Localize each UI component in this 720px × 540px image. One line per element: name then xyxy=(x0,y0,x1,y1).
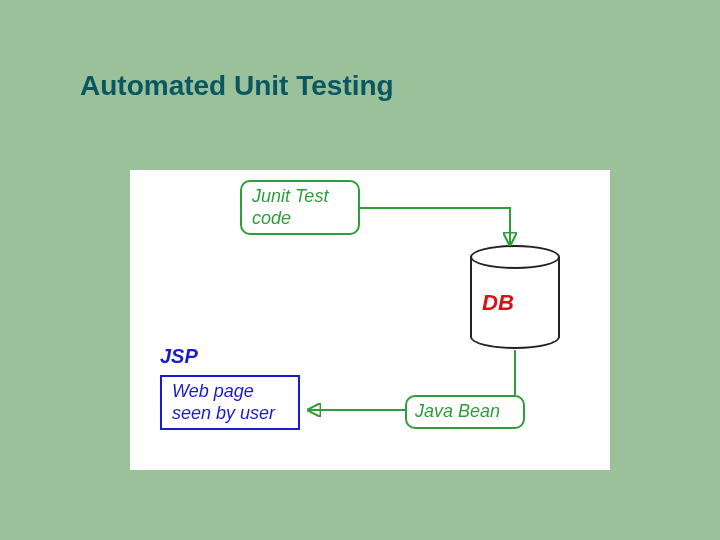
webpage-box: Web page seen by user xyxy=(160,375,300,430)
arrow-junit-to-db xyxy=(360,208,510,245)
junit-test-box: Junit Test code xyxy=(240,180,360,235)
slide-title: Automated Unit Testing xyxy=(80,70,394,102)
diagram-canvas: Junit Test code JSP Web page seen by use… xyxy=(130,170,610,470)
db-label: DB xyxy=(482,290,514,316)
java-bean-box: Java Bean xyxy=(405,395,525,429)
jsp-label: JSP xyxy=(160,345,198,368)
